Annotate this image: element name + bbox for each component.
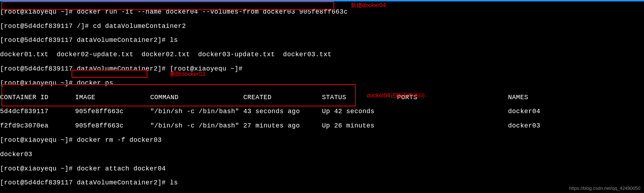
cell-id: f2fd9c3070ea [0, 122, 75, 130]
terminal-line: [root@xiaoyequ ~]# docker run -it --name… [0, 9, 644, 16]
annotation-create: 新建docker04 [351, 2, 386, 9]
terminal-line: [root@5d4dcf839117 /]# cd dataVolumeCont… [0, 23, 644, 30]
terminal-output[interactable]: [root@xiaoyequ ~]# docker run -it --name… [0, 1, 644, 193]
col-header-id: CONTAINER ID [0, 94, 75, 101]
watermark-text: https://blog.csdn.net/qq_42490050 [569, 186, 641, 191]
col-header-command: COMMAND [150, 94, 243, 101]
cell-status: Up 26 minutes [322, 122, 397, 130]
annotation-access: docker04还能正常访问 [367, 92, 425, 99]
cell-image: 905fe8ff663c [75, 122, 150, 130]
cell-status: Up 42 seconds [322, 108, 397, 115]
col-header-created: CREATED [243, 94, 322, 101]
terminal-line: [root@xiaoyequ ~]# docker attach docker0… [0, 165, 644, 173]
docker-ps-header: CONTAINER IDIMAGECOMMANDCREATEDSTATUSPOR… [0, 94, 644, 101]
cell-id: 5d4dcf839117 [0, 108, 75, 115]
terminal-line: [root@5d4dcf839117 dataVolumeContainer2]… [0, 179, 644, 187]
cell-command: "/bin/sh -c /bin/bash" [150, 122, 243, 130]
cell-created: 27 minutes ago [243, 122, 322, 130]
terminal-line: [root@xiaoyequ ~]# docker rm -f docker03 [0, 137, 644, 144]
terminal-line: [root@5d4dcf839117 dataVolumeContainer2]… [0, 66, 644, 73]
col-header-names: NAMES [508, 94, 644, 101]
cell-ports [397, 122, 508, 130]
cell-command: "/bin/sh -c /bin/bash" [150, 108, 243, 115]
terminal-line: docker03 [0, 151, 644, 158]
docker-ps-row: 5d4dcf839117905fe8ff663c"/bin/sh -c /bin… [0, 108, 644, 115]
cell-ports [397, 108, 508, 115]
cell-names: docker04 [508, 108, 644, 115]
cell-created: 43 seconds ago [243, 108, 322, 115]
terminal-line: [root@5d4dcf839117 dataVolumeContainer2]… [0, 37, 644, 44]
cell-image: 905fe8ff663c [75, 108, 150, 115]
terminal-line: [root@xiaoyequ ~]# docker ps [0, 80, 644, 87]
cell-names: docker03 [508, 122, 644, 130]
docker-ps-row: f2fd9c3070ea905fe8ff663c"/bin/sh -c /bin… [0, 122, 644, 130]
col-header-image: IMAGE [75, 94, 150, 101]
terminal-line: docker01.txt docker02-update.txt docker0… [0, 51, 644, 58]
annotation-remove: 删除docker03 [170, 71, 205, 77]
